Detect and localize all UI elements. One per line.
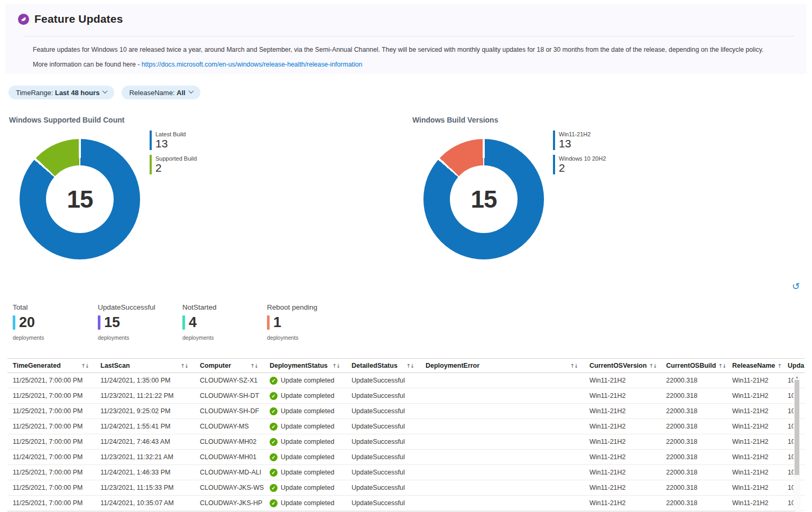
- table-row[interactable]: 11/25/2021, 7:00:00 PM11/23/2021, 9:25:0…: [7, 404, 805, 419]
- status-text: Update completed: [281, 499, 334, 507]
- column-header-upda[interactable]: Upda: [782, 359, 805, 373]
- cell-deployment-status: ✓Update completed: [264, 480, 346, 495]
- cell-release-name: Win11-21H2: [727, 388, 782, 403]
- tile-value: 15: [104, 314, 120, 331]
- column-label: TimeGenerated: [13, 362, 61, 369]
- page-title: Feature Updates: [34, 13, 123, 25]
- cell-detailed-status: UpdateSuccessful: [346, 373, 420, 388]
- table-row[interactable]: 11/25/2021, 7:00:00 PM11/24/2021, 1:46:3…: [7, 465, 805, 480]
- filters-bar: TimeRange: Last 48 hours ReleaseName: Al…: [8, 86, 200, 99]
- cell-current-os-version: Win11-21H2: [584, 465, 661, 480]
- column-header-releasename[interactable]: ReleaseName↑↓: [727, 359, 782, 373]
- cell-deployment-error: [420, 480, 584, 495]
- legend-color-bar: [553, 131, 555, 150]
- table-row[interactable]: 11/24/2021, 7:00:00 PM11/23/2021, 11:32:…: [7, 450, 805, 465]
- reset-undo-icon[interactable]: ↺: [792, 282, 800, 291]
- sort-arrows-icon: ↑↓: [570, 363, 578, 369]
- status-text: Update completed: [281, 392, 334, 399]
- cell-current-os-version: Win11-21H2: [584, 480, 661, 495]
- chevron-down-icon: [188, 88, 193, 94]
- tile-value: 1: [273, 314, 281, 331]
- cell-deployment-status: ✓Update completed: [264, 450, 346, 464]
- cell-computer: CLOUDWAY-SH-DT: [195, 388, 264, 403]
- legend-build-versions: Win11-21H2 13 Windows 10 20H2 2: [553, 131, 606, 174]
- success-check-icon: ✓: [270, 484, 278, 492]
- stat-tile-reboot-pending[interactable]: Reboot pending 1 deployments: [267, 303, 352, 341]
- sort-arrows-icon: ↑↓: [332, 363, 340, 369]
- cell-current-os-build: 22000.318: [661, 496, 727, 510]
- cell-deployment-status: ✓Update completed: [264, 373, 346, 388]
- legend-color-bar: [150, 155, 152, 174]
- column-label: ReleaseName: [732, 362, 775, 369]
- cell-deployment-status: ✓Update completed: [264, 388, 346, 403]
- sort-arrows-icon: ↑↓: [718, 363, 726, 369]
- cell-release-name: Win11-21H2: [727, 496, 782, 510]
- column-header-computer[interactable]: Computer↑↓: [195, 359, 264, 373]
- cell-detailed-status: UpdateSuccessful: [346, 496, 420, 510]
- cell-computer: CLOUDWAY-MH01: [195, 450, 264, 464]
- sort-arrows-icon: ↑↓: [777, 363, 782, 369]
- column-label: DeploymentError: [426, 362, 479, 369]
- cell-current-os-build: 22000.318: [661, 450, 727, 464]
- donut-chart-build-versions[interactable]: 15: [423, 139, 544, 259]
- cell-deployment-error: [420, 419, 584, 434]
- releasename-filter-dropdown[interactable]: ReleaseName: All: [122, 86, 200, 99]
- scrollbar-thumb[interactable]: [795, 380, 799, 475]
- cell-computer: CLOUDWAY-SZ-X1: [195, 373, 264, 388]
- cell-time-generated: 11/25/2021, 7:00:00 PM: [7, 465, 95, 480]
- table-row[interactable]: 11/25/2021, 7:00:00 PM11/23/2021, 11:21:…: [7, 388, 805, 404]
- cell-computer: CLOUDWAY-JKS-HP: [195, 496, 264, 510]
- success-check-icon: ✓: [270, 438, 278, 446]
- cell-computer: CLOUDWAY-JKS-WS: [195, 480, 264, 495]
- column-label: DetailedStatus: [352, 362, 398, 369]
- table-row[interactable]: 11/25/2021, 7:00:00 PM11/24/2021, 10:35:…: [7, 496, 805, 511]
- column-header-currentosversion[interactable]: CurrentOSVersion↑↓: [584, 359, 661, 373]
- status-text: Update completed: [281, 407, 334, 415]
- cell-time-generated: 11/25/2021, 7:00:00 PM: [7, 373, 95, 388]
- cell-last-scan: 11/23/2021, 11:21:22 PM: [95, 388, 195, 403]
- cell-current-os-version: Win11-21H2: [584, 496, 661, 510]
- table-row[interactable]: 11/25/2021, 7:00:00 PM11/23/2021, 11:15:…: [7, 480, 805, 496]
- column-header-currentosbuild[interactable]: CurrentOSBuild↑↓: [661, 359, 727, 373]
- cell-release-name: Win11-21H2: [727, 419, 782, 434]
- legend-color-bar: [150, 131, 152, 150]
- column-header-lastscan[interactable]: LastScan↑↓: [95, 359, 195, 373]
- stat-tile-notstarted[interactable]: NotStarted 4 deployments: [182, 303, 267, 341]
- chart-title-build-versions: Windows Build Versions: [412, 116, 498, 124]
- cell-release-name: Win11-21H2: [727, 450, 782, 464]
- column-label: LastScan: [100, 362, 130, 369]
- stat-tile-updatesuccessful[interactable]: UpdateSuccessful 15 deployments: [98, 303, 182, 341]
- column-label: Computer: [200, 362, 231, 369]
- table-row[interactable]: 11/25/2021, 7:00:00 PM11/24/2021, 1:55:4…: [7, 419, 805, 434]
- more-info-prefix: More information can be found here -: [33, 61, 142, 68]
- vertical-scrollbar[interactable]: ▲: [793, 374, 800, 512]
- cell-last-scan: 11/24/2021, 1:35:00 PM: [95, 373, 195, 388]
- stat-tile-total[interactable]: Total 20 deployments: [13, 303, 98, 341]
- cell-detailed-status: UpdateSuccessful: [346, 404, 420, 418]
- success-check-icon: ✓: [270, 407, 278, 415]
- donut-chart-supported-build-count[interactable]: 15: [20, 139, 140, 259]
- sort-arrows-icon: ↑↓: [81, 363, 89, 369]
- cell-detailed-status: UpdateSuccessful: [346, 419, 420, 434]
- column-header-deploymentstatus[interactable]: DeploymentStatus↑↓: [264, 359, 346, 373]
- legend-text: Windows 10 20H2 2: [559, 155, 606, 174]
- column-header-detailedstatus[interactable]: DetailedStatus↑↓: [346, 359, 420, 373]
- cell-computer: CLOUDWAY-MD-ALI: [195, 465, 264, 480]
- timerange-filter-dropdown[interactable]: TimeRange: Last 48 hours: [8, 86, 114, 99]
- cell-detailed-status: UpdateSuccessful: [346, 388, 420, 403]
- legend-item: Windows 10 20H2 2: [553, 155, 606, 174]
- cell-time-generated: 11/25/2021, 7:00:00 PM: [7, 404, 95, 418]
- cell-current-os-version: Win11-21H2: [584, 450, 661, 464]
- table-row[interactable]: 11/25/2021, 7:00:00 PM11/24/2021, 7:46:4…: [7, 434, 805, 450]
- column-header-deploymenterror[interactable]: DeploymentError↑↓: [420, 359, 584, 373]
- status-text: Update completed: [281, 453, 334, 461]
- title-row: Feature Updates: [18, 13, 123, 25]
- column-header-timegenerated[interactable]: TimeGenerated↑↓: [7, 359, 95, 373]
- cell-current-os-build: 22000.318: [661, 434, 727, 449]
- cell-deployment-error: [420, 388, 584, 403]
- tile-unit: deployments: [98, 334, 182, 341]
- table-row[interactable]: 11/25/2021, 7:00:00 PM11/24/2021, 1:35:0…: [7, 373, 805, 388]
- sort-arrows-icon: ↑↓: [180, 363, 188, 369]
- release-info-link[interactable]: https://docs.microsoft.com/en-us/windows…: [142, 61, 363, 68]
- success-check-icon: ✓: [270, 453, 278, 461]
